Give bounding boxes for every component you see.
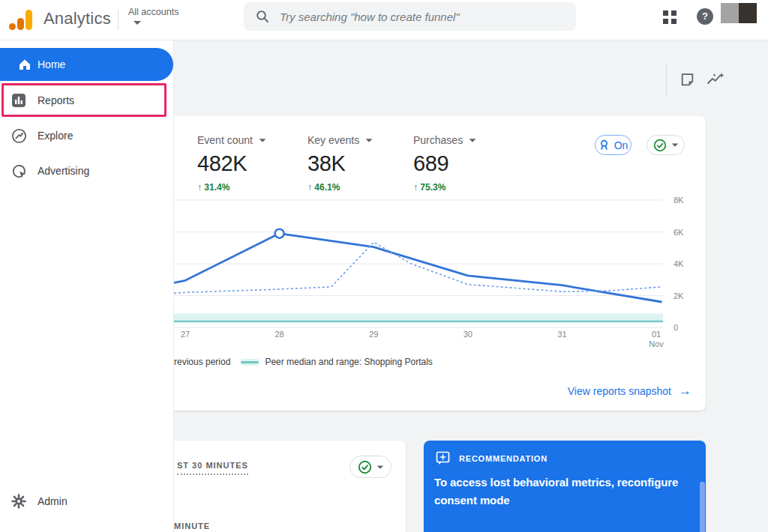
peer-median-legend-marker [241, 359, 259, 366]
realtime-footer-label: MINUTE [174, 522, 210, 531]
chevron-down-icon [376, 465, 383, 468]
svg-text:30: 30 [464, 330, 472, 339]
reports-icon [10, 92, 27, 109]
chevron-down-icon [366, 139, 373, 142]
legend-previous-period: revious period [174, 357, 230, 367]
check-circle-icon [653, 139, 667, 152]
svg-text:2K: 2K [674, 291, 684, 300]
trend-chart: 8K6K4K2K0272829303101Nov [174, 193, 699, 352]
chart-legend: revious period Peer median and range: Sh… [174, 357, 433, 367]
insights-icon[interactable] [706, 72, 725, 90]
avatar-block-right [739, 3, 757, 23]
sidebar-item-advertising[interactable]: Advertising [0, 154, 173, 187]
ga-home-page: Analytics All accounts ? Ho [0, 0, 768, 532]
on-pill-label: On [614, 139, 628, 151]
gear-icon [10, 493, 27, 510]
app-header: Analytics All accounts ? [0, 0, 768, 40]
benchmarking-on-pill[interactable]: On [595, 135, 632, 155]
home-icon [16, 56, 33, 73]
metric-value: 689 [413, 151, 518, 176]
realtime-data-quality-pill[interactable] [350, 456, 392, 478]
data-quality-pill[interactable] [646, 135, 685, 155]
arrow-right-icon: → [679, 384, 692, 399]
google-analytics-logo-icon [9, 8, 34, 31]
search-icon [256, 10, 269, 23]
avatar-block-left [721, 3, 739, 23]
svg-text:28: 28 [274, 330, 284, 339]
sidebar-item-explore[interactable]: Explore [0, 119, 173, 152]
toolbar-divider [666, 64, 667, 97]
svg-text:27: 27 [181, 330, 190, 339]
metric-selector-event-count[interactable]: Event count [197, 134, 302, 146]
svg-text:31: 31 [557, 330, 566, 339]
chevron-down-icon [134, 21, 141, 25]
apps-grid-icon[interactable] [663, 10, 676, 24]
check-circle-icon [358, 460, 372, 474]
recommendation-card[interactable]: RECOMMENDATION To access lost behavioral… [424, 441, 706, 532]
recommendation-text: To access lost behavioral metrics, recon… [434, 474, 703, 510]
medal-icon [598, 139, 610, 151]
sidebar-item-admin[interactable]: Admin [0, 485, 173, 518]
header-divider [118, 10, 118, 30]
product-title: Analytics [44, 9, 111, 28]
chevron-down-icon [671, 143, 678, 146]
account-selector[interactable]: All accounts [128, 4, 178, 18]
avatar[interactable] [721, 3, 757, 23]
sidebar-item-home[interactable]: Home [0, 48, 173, 81]
metric-delta: ↑ 31.4% [197, 182, 302, 193]
realtime-header: ST 30 MINUTES [177, 461, 248, 475]
advertising-icon [10, 163, 27, 179]
chevron-down-icon [470, 139, 476, 142]
metric-key-events: Key events 38K ↑ 46.1% [308, 134, 412, 193]
notes-icon[interactable] [680, 72, 695, 91]
svg-text:4K: 4K [674, 259, 684, 268]
search-bar[interactable] [244, 2, 576, 31]
svg-text:29: 29 [369, 330, 378, 339]
recommendation-scrollbar[interactable] [700, 482, 705, 532]
search-input[interactable] [278, 10, 563, 24]
sidebar: Home Reports Explore [0, 40, 174, 532]
svg-text:Nov: Nov [649, 339, 664, 348]
explore-icon [10, 127, 27, 144]
legend-peer-median: Peer median and range: Shopping Portals [265, 357, 432, 367]
svg-text:8K: 8K [674, 196, 684, 205]
metric-value: 38K [308, 151, 412, 176]
overview-card: Event count 482K ↑ 31.4% Key events 38K … [174, 116, 706, 411]
account-selector-label: All accounts [128, 7, 178, 17]
metric-event-count: Event count 482K ↑ 31.4% [197, 134, 302, 193]
chevron-down-icon [259, 139, 266, 142]
recommendation-tag: RECOMMENDATION [459, 454, 548, 463]
metric-delta: ↑ 75.3% [413, 182, 518, 193]
svg-text:0: 0 [674, 323, 678, 332]
view-reports-snapshot-link[interactable]: View reports snapshot → [568, 384, 692, 399]
metric-selector-key-events[interactable]: Key events [308, 134, 412, 146]
metric-delta: ↑ 46.1% [308, 182, 412, 193]
metric-selector-purchases[interactable]: Purchases [413, 134, 518, 146]
realtime-card: ST 30 MINUTES MINUTE [174, 441, 406, 532]
metric-value: 482K [197, 151, 302, 176]
svg-text:6K: 6K [674, 228, 684, 237]
recommendation-icon [435, 450, 451, 466]
help-icon[interactable]: ? [697, 8, 713, 25]
metric-purchases: Purchases 689 ↑ 75.3% [413, 134, 518, 193]
svg-text:01: 01 [652, 330, 661, 339]
sidebar-item-reports[interactable]: Reports [0, 84, 173, 117]
main-content: Event count 482K ↑ 31.4% Key events 38K … [174, 40, 768, 532]
